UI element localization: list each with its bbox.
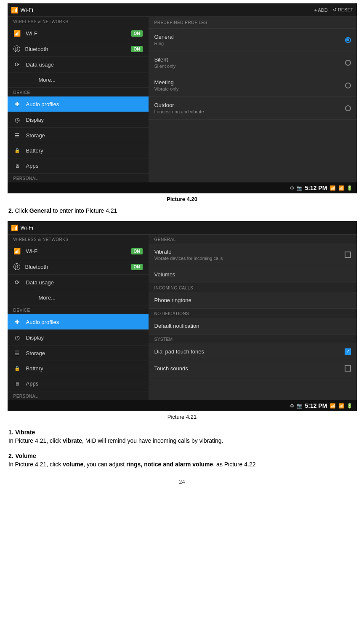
- section-wireless-2: WIRELESS & NETWORKS: [8, 235, 149, 244]
- dial-pad-checkbox[interactable]: ✓: [345, 348, 351, 355]
- system-header: SYSTEM: [149, 335, 357, 343]
- sidebar-bluetooth-label: Bluetooth: [25, 46, 48, 52]
- battery-icon-2: 🔒: [13, 366, 21, 371]
- status-battery-icon: 🔋: [347, 185, 353, 191]
- status-bar-2: ⚙ 📷 5:12 PM 📶 📶 🔋: [8, 400, 357, 411]
- sidebar-apps-label-2: Apps: [26, 380, 39, 387]
- gen-item-volumes[interactable]: Volumes: [149, 266, 357, 283]
- wifi-toggle[interactable]: ON: [131, 30, 143, 37]
- sidebar-bluetooth-label-2: Bluetooth: [25, 264, 48, 270]
- body-section-vibrate: 1. Vibrate In Picture 4.21, click vibrat…: [0, 426, 364, 448]
- gen-item-default-notification[interactable]: Default notification: [149, 318, 357, 335]
- main-content-1: PREDEFINED PROFILES General Ring Silent …: [149, 17, 357, 182]
- status-battery-icon-2: 🔋: [347, 403, 353, 409]
- profile-silent-sub: Silent only: [154, 64, 176, 69]
- wifi-toggle-2[interactable]: ON: [131, 248, 143, 254]
- sidebar-item-battery[interactable]: 🔒 Battery: [8, 143, 149, 158]
- page-number: 24: [0, 472, 364, 488]
- sidebar-item-apps[interactable]: 🖥 Apps: [8, 158, 149, 174]
- predefined-profiles-header: PREDEFINED PROFILES: [149, 17, 357, 29]
- sidebar-battery-label: Battery: [26, 147, 43, 154]
- notifications-header: NOTIFICATIONS: [149, 309, 357, 318]
- gen-item-vibrate[interactable]: Vibrate Vibrate devices for incoming cal…: [149, 244, 357, 266]
- sidebar-item-battery-2[interactable]: 🔒 Battery: [8, 361, 149, 376]
- status-time-1: 5:12 PM: [305, 185, 327, 191]
- sidebar-item-data-usage-2[interactable]: ⟳ Data usage: [8, 275, 149, 290]
- screen-content-1: WIRELESS & NETWORKS 📶 Wi-Fi ON β Bluetoo…: [8, 17, 357, 182]
- body-item2-title: Volume: [15, 452, 36, 459]
- top-bar-2: 📶 Wi-Fi: [8, 221, 357, 235]
- status-usb-icon: ⚙: [290, 185, 294, 191]
- radio-silent[interactable]: [345, 60, 351, 66]
- profile-outdoor[interactable]: Outdoor Loudest ring and vibrate: [149, 97, 357, 120]
- sidebar-item-audio-profiles-2[interactable]: ✚ Audio profiles: [8, 314, 149, 330]
- incoming-calls-header: INCOMING CALLS: [149, 283, 357, 292]
- caption-2: Picture 4.21: [0, 411, 364, 423]
- radio-outdoor[interactable]: [345, 105, 351, 111]
- sidebar-more-label-2: More...: [26, 294, 56, 301]
- apps-icon: 🖥: [13, 163, 21, 169]
- sidebar-item-more[interactable]: More...: [8, 72, 149, 88]
- sidebar-item-display[interactable]: ◷ Display: [8, 112, 149, 128]
- gen-item-phone-ringtone[interactable]: Phone ringtone: [149, 292, 357, 309]
- status-bar-1: ⚙ 📷 5:12 PM 📶 📶 🔋: [8, 182, 357, 193]
- bluetooth-toggle-2[interactable]: ON: [131, 264, 143, 270]
- wifi-icon: 📶: [13, 30, 21, 37]
- sidebar-storage-label-2: Storage: [26, 350, 45, 356]
- reset-button[interactable]: ↺ RESET: [333, 7, 353, 13]
- bluetooth-toggle[interactable]: ON: [131, 46, 143, 52]
- profile-outdoor-sub: Loudest ring and vibrate: [154, 109, 204, 114]
- body-item1-title: Vibrate: [15, 429, 35, 436]
- display-icon-2: ◷: [13, 334, 21, 341]
- status-time-2: 5:12 PM: [305, 402, 327, 409]
- profile-silent[interactable]: Silent Silent only: [149, 51, 357, 74]
- section-personal: PERSONAL: [8, 174, 149, 182]
- vibrate-checkbox[interactable]: [345, 252, 351, 258]
- sidebar-item-more-2[interactable]: More...: [8, 290, 149, 305]
- status-camera-icon-2: 📷: [297, 403, 303, 409]
- sidebar-item-wifi[interactable]: 📶 Wi-Fi ON: [8, 26, 149, 41]
- apps-icon-2: 🖥: [13, 381, 21, 386]
- audio-profiles-icon-2: ✚: [13, 319, 21, 325]
- gen-phone-ringtone-title: Phone ringtone: [154, 297, 191, 303]
- sidebar-item-data-usage[interactable]: ⟳ Data usage: [8, 57, 149, 72]
- sidebar-audio-profiles-label-2: Audio profiles: [26, 319, 59, 325]
- status-signal-icon-2: 📶: [338, 403, 344, 409]
- radio-general[interactable]: [345, 37, 351, 43]
- touch-sounds-checkbox[interactable]: [345, 365, 351, 372]
- gen-item-touch-sounds[interactable]: Touch sounds: [149, 360, 357, 377]
- profile-general[interactable]: General Ring: [149, 29, 357, 51]
- gen-vibrate-title: Vibrate: [154, 249, 223, 255]
- bluetooth-icon: β: [13, 46, 20, 52]
- status-wifi-icon: 📶: [330, 185, 336, 191]
- sidebar-item-apps-2[interactable]: 🖥 Apps: [8, 376, 149, 391]
- gen-default-notification-title: Default notification: [154, 323, 199, 329]
- gen-item-dial-pad[interactable]: Dial pad touch tones ✓: [149, 343, 357, 360]
- sidebar-item-bluetooth-2[interactable]: β Bluetooth ON: [8, 259, 149, 275]
- status-signal-icon: 📶: [338, 185, 344, 191]
- top-bar-left: 📶 Wi-Fi: [11, 7, 33, 13]
- wifi-icon-2: 📶: [13, 248, 21, 254]
- profile-meeting[interactable]: Meeting Vibrate only: [149, 74, 357, 97]
- sidebar-data-usage-label-2: Data usage: [26, 279, 54, 286]
- sidebar-item-storage[interactable]: ☰ Storage: [8, 128, 149, 143]
- sidebar-storage-label: Storage: [26, 132, 45, 139]
- sidebar-2: WIRELESS & NETWORKS 📶 Wi-Fi ON β Bluetoo…: [8, 235, 149, 400]
- radio-meeting[interactable]: [345, 83, 351, 88]
- profile-general-name: General: [154, 34, 174, 40]
- sidebar-audio-profiles-label: Audio profiles: [26, 101, 59, 107]
- status-camera-icon: 📷: [297, 185, 303, 191]
- section-device-2: DEVICE: [8, 305, 149, 314]
- sidebar-item-audio-profiles[interactable]: ✚ Audio profiles: [8, 96, 149, 112]
- gen-volumes-title: Volumes: [154, 271, 175, 278]
- audio-profiles-icon: ✚: [13, 101, 21, 107]
- sidebar-item-storage-2[interactable]: ☰ Storage: [8, 345, 149, 361]
- section-personal-2: PERSONAL: [8, 391, 149, 400]
- top-bar-left-2: 📶 Wi-Fi: [11, 225, 33, 231]
- sidebar-item-wifi-2[interactable]: 📶 Wi-Fi ON: [8, 244, 149, 259]
- body-item1-num: 1.: [8, 429, 13, 436]
- sidebar-item-bluetooth[interactable]: β Bluetooth ON: [8, 41, 149, 57]
- add-button[interactable]: + ADD: [314, 8, 328, 13]
- screenshot-2: 📶 Wi-Fi WIRELESS & NETWORKS 📶 Wi-Fi ON β…: [8, 221, 357, 411]
- sidebar-item-display-2[interactable]: ◷ Display: [8, 330, 149, 345]
